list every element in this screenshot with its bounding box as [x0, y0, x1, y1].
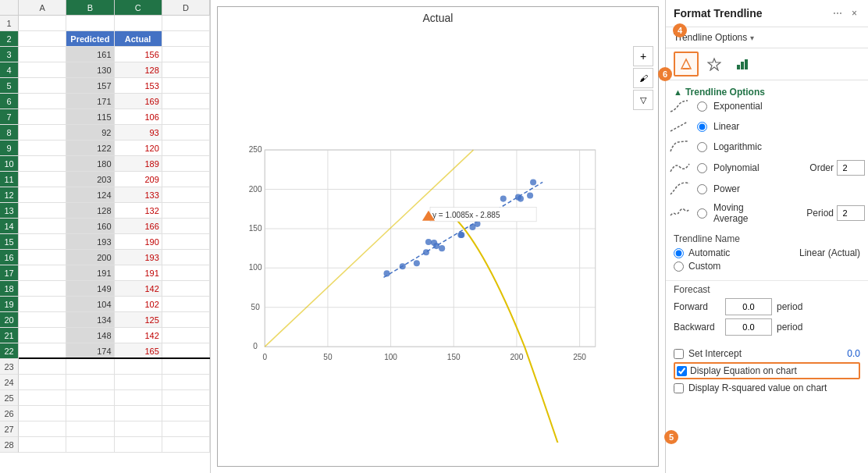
logarithmic-radio[interactable] — [697, 142, 707, 152]
chart-container[interactable]: Actual 0 50 100 150 200 250 0 50 100 150… — [217, 6, 659, 467]
polynomial-order-input[interactable] — [837, 160, 865, 176]
table-row — [19, 421, 210, 437]
exponential-radio[interactable] — [697, 101, 707, 112]
row-h-25: 25 — [0, 390, 19, 406]
spreadsheet: A B C D 1 2 3 4 5 6 7 8 9 10 11 12 13 14… — [0, 0, 211, 473]
panel-title: Format Trendline — [674, 7, 763, 20]
row-h-17: 17 — [0, 265, 19, 281]
svg-line-55 — [671, 122, 688, 131]
row-h-2: 2 — [0, 31, 19, 47]
option-moving-average: MovingAverage Period — [666, 202, 868, 224]
svg-rect-54 — [745, 59, 748, 69]
row-h-28: 28 — [0, 437, 19, 453]
moving-average-icon — [669, 206, 691, 220]
cell-d2 — [162, 31, 210, 46]
automatic-name-radio[interactable] — [674, 248, 684, 258]
automatic-name-label: Automatic — [688, 247, 730, 258]
set-intercept-checkbox[interactable] — [674, 349, 684, 359]
row-h-18: 18 — [0, 281, 19, 297]
svg-point-43 — [457, 232, 464, 238]
table-row: 134 125 — [19, 312, 210, 328]
row-h-27: 27 — [0, 421, 19, 437]
table-row: 149 142 — [19, 281, 210, 297]
polynomial-radio[interactable] — [697, 163, 707, 173]
chart-filter-button[interactable]: ▽ — [633, 90, 653, 110]
row-h-22: 22 — [0, 343, 19, 359]
cell-d1 — [162, 16, 210, 30]
custom-name-radio[interactable] — [674, 261, 684, 272]
table-row — [19, 390, 210, 406]
row-h-9: 9 — [0, 140, 19, 156]
period-label: Period — [806, 208, 834, 219]
svg-point-29 — [414, 260, 420, 266]
col-header-d: D — [162, 0, 210, 15]
power-icon — [669, 182, 691, 196]
svg-text:250: 250 — [573, 353, 586, 361]
svg-text:200: 200 — [249, 185, 262, 194]
svg-marker-51 — [708, 59, 720, 70]
backward-input[interactable] — [725, 318, 772, 336]
moving-average-period-extra: Period — [806, 205, 865, 221]
row-h-1: 1 — [0, 16, 19, 31]
logarithmic-icon — [669, 140, 691, 154]
cell-b2-header: Predicted — [66, 31, 114, 46]
trendline-options-section: ▲ Trendline Options — [666, 84, 868, 99]
forward-input[interactable] — [725, 298, 772, 315]
display-equation-label: Display Equation on chart — [690, 365, 797, 376]
row-h-6: 6 — [0, 94, 19, 109]
display-rsquared-checkbox[interactable] — [674, 383, 684, 393]
col-header-c: C — [115, 0, 162, 15]
effects-icon-button[interactable] — [702, 52, 727, 76]
cell-c2-header: Actual — [115, 31, 162, 46]
cell-b1 — [66, 16, 114, 30]
table-row: 104 102 — [19, 297, 210, 312]
svg-point-33 — [530, 179, 536, 185]
automatic-radio-row: Automatic Linear (Actual) — [674, 247, 860, 258]
svg-text:150: 150 — [447, 353, 461, 361]
table-row: 203 209 — [19, 172, 210, 187]
add-chart-element-button[interactable]: + — [633, 46, 653, 66]
row-h-13: 13 — [0, 203, 19, 219]
table-row: 157 153 — [19, 78, 210, 94]
format-trendline-panel: Format Trendline ⋯ × Trendline Options ▾… — [665, 0, 868, 473]
table-row: 160 166 — [19, 219, 210, 234]
row-h-10: 10 — [0, 156, 19, 172]
svg-marker-50 — [681, 59, 691, 69]
row-h-4: 4 — [0, 62, 19, 78]
fill-line-icon-button[interactable] — [674, 52, 699, 76]
panel-collapse-icon[interactable]: ⋯ — [830, 6, 845, 20]
svg-text:y = 1.0085x - 2.885: y = 1.0085x - 2.885 — [432, 211, 500, 219]
bar-chart-icon-button[interactable] — [730, 52, 755, 76]
moving-average-period-input[interactable] — [837, 205, 865, 221]
table-row: 171 169 — [19, 94, 210, 109]
trendline-options-label: Trendline Options — [674, 32, 747, 43]
table-row: 128 132 — [19, 203, 210, 219]
trendline-options-dropdown[interactable]: Trendline Options ▾ — [666, 27, 868, 48]
svg-text:0: 0 — [253, 342, 258, 350]
table-row: Predicted Actual — [19, 31, 210, 47]
moving-average-radio[interactable] — [697, 208, 707, 219]
table-row — [19, 406, 210, 421]
set-intercept-label: Set Intercept — [688, 348, 742, 359]
svg-point-38 — [527, 193, 533, 199]
panel-close-button[interactable]: × — [848, 6, 860, 20]
display-equation-row: Display Equation on chart — [674, 362, 860, 379]
row-h-20: 20 — [0, 312, 19, 328]
svg-text:0: 0 — [262, 353, 267, 361]
display-equation-checkbox[interactable] — [677, 366, 687, 376]
row-h-19: 19 — [0, 297, 19, 312]
panel-header: Format Trendline ⋯ × — [666, 0, 868, 27]
forward-period: period — [777, 301, 802, 312]
forecast-section: Forecast Forward period Backward period — [666, 280, 868, 345]
row-h-14: 14 — [0, 219, 19, 234]
row-h-5: 5 — [0, 78, 19, 94]
cell-a1 — [19, 16, 66, 30]
linear-radio[interactable] — [697, 122, 707, 132]
chart-title: Actual — [218, 7, 658, 24]
polynomial-label: Polynomial — [713, 162, 760, 173]
power-radio[interactable] — [697, 184, 707, 194]
svg-point-34 — [425, 239, 432, 245]
chart-toolbar: + 🖌 ▽ — [633, 46, 653, 110]
svg-rect-24 — [265, 150, 596, 347]
chart-style-button[interactable]: 🖌 — [633, 68, 653, 88]
